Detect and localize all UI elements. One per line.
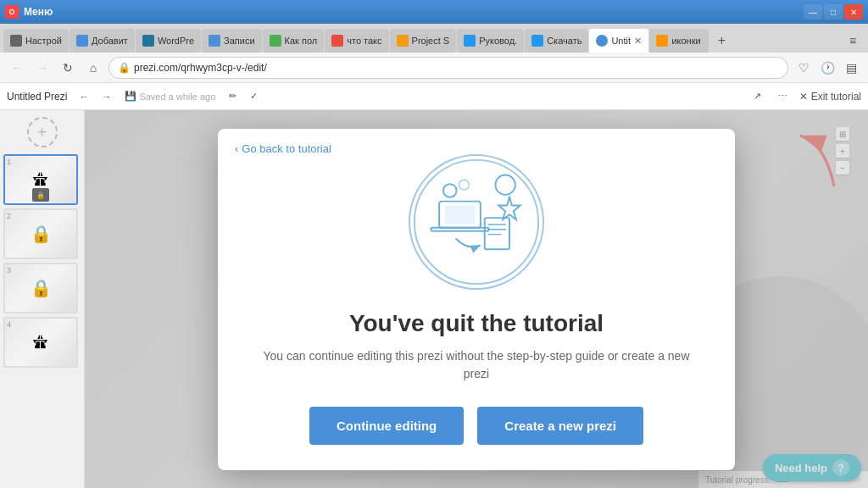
back-button[interactable]: ← bbox=[7, 58, 27, 78]
title-bar-label: Меню bbox=[24, 6, 53, 18]
illustration-svg bbox=[410, 154, 542, 290]
illustration-circle bbox=[409, 154, 544, 290]
create-new-prezi-button[interactable]: Create a new prezi bbox=[477, 407, 643, 445]
close-btn[interactable]: ✕ bbox=[844, 4, 863, 19]
tab-label: Как пол bbox=[285, 36, 318, 46]
title-bar: O Меню — □ ✕ bbox=[0, 0, 868, 24]
svg-point-13 bbox=[459, 180, 470, 190]
slide-thumb-3[interactable]: 3 🔒 bbox=[3, 263, 78, 313]
redo-button[interactable]: → bbox=[97, 90, 116, 103]
exit-tutorial-label: Exit tutorial bbox=[811, 91, 861, 103]
tab-favicon bbox=[76, 35, 88, 47]
reload-button[interactable]: ↻ bbox=[58, 58, 78, 78]
share-button[interactable]: ↗ bbox=[748, 89, 766, 103]
tab-favicon bbox=[531, 35, 543, 47]
browser-icon: O bbox=[5, 5, 19, 19]
tab-untit[interactable]: Untit ✕ bbox=[589, 29, 648, 53]
tab-skachat[interactable]: Скачать bbox=[525, 29, 588, 53]
tab-favicon bbox=[10, 35, 22, 47]
tab-favicon bbox=[656, 35, 668, 47]
minimize-btn[interactable]: — bbox=[804, 4, 822, 19]
bookmark-icon[interactable]: ♡ bbox=[793, 58, 814, 78]
svg-point-1 bbox=[415, 159, 538, 283]
tab-label: Untit bbox=[611, 36, 631, 46]
tab-label: Добавит bbox=[92, 36, 128, 46]
toolbar-right: ↗ ⋯ ✕ Exit tutorial bbox=[748, 89, 861, 103]
tab-zapisi[interactable]: Записи bbox=[202, 29, 262, 53]
insert-button[interactable]: ✏ bbox=[224, 89, 242, 103]
app-toolbar: Untitled Prezi ← → 💾 Saved a while ago ✏… bbox=[0, 83, 868, 110]
slide-panel: + 1 🛣 🔒 2 🔒 3 🔒 4 🛣 bbox=[0, 110, 85, 488]
slide-number: 1 bbox=[7, 158, 11, 166]
sidebar-toggle-icon[interactable]: ▤ bbox=[841, 58, 861, 78]
close-icon: ✕ bbox=[799, 91, 808, 103]
chevron-left-icon: ‹ bbox=[235, 142, 238, 155]
tab-favicon bbox=[209, 35, 220, 47]
slide-thumb-2[interactable]: 2 🔒 bbox=[3, 208, 78, 259]
tab-favicon bbox=[142, 35, 154, 47]
slide-preview: 🔒 bbox=[5, 210, 76, 258]
slide-thumb-1[interactable]: 1 🛣 🔒 bbox=[3, 154, 78, 205]
more-button[interactable]: ⋯ bbox=[773, 89, 793, 103]
clock-icon[interactable]: 🕐 bbox=[817, 58, 837, 78]
tab-project[interactable]: Project S bbox=[390, 29, 457, 53]
back-to-tutorial-link[interactable]: ‹ Go back to tutorial bbox=[235, 142, 331, 155]
main-area: + 1 🛣 🔒 2 🔒 3 🔒 4 🛣 bbox=[0, 110, 868, 488]
tab-ikonki[interactable]: иконки bbox=[649, 29, 709, 53]
url-input[interactable]: 🔒 prezi.com/qrhwym3cp-v-/edit/ bbox=[108, 57, 788, 79]
tab-label: WordPre bbox=[158, 36, 194, 46]
svg-point-12 bbox=[443, 184, 457, 197]
tab-chtotakoe[interactable]: что такс bbox=[325, 29, 388, 53]
canvas-area[interactable]: ‹ Go back to tutorial bbox=[85, 110, 868, 488]
tab-favicon bbox=[464, 35, 476, 47]
tab-menu-icon[interactable]: ≡ bbox=[841, 29, 865, 53]
forward-button[interactable]: → bbox=[32, 58, 53, 78]
tab-label: что такс bbox=[347, 36, 381, 46]
dialog-buttons: Continue editing Create a new prezi bbox=[252, 407, 701, 445]
tab-favicon bbox=[596, 35, 608, 47]
slide-preview: 🔒 bbox=[5, 264, 76, 312]
tab-close-icon[interactable]: ✕ bbox=[634, 36, 642, 47]
insert-icon: ✏ bbox=[229, 91, 236, 102]
svg-marker-5 bbox=[498, 197, 520, 219]
home-button[interactable]: ⌂ bbox=[83, 58, 103, 78]
quit-tutorial-dialog: ‹ Go back to tutorial bbox=[218, 129, 735, 470]
new-tab-button[interactable]: + bbox=[709, 29, 733, 53]
tab-label: Руковод. bbox=[479, 36, 517, 46]
tab-bar: Настрой Добавит WordPre Записи Как пол ч… bbox=[0, 24, 868, 53]
slide-number: 4 bbox=[7, 320, 11, 329]
lock-icon: 🔒 bbox=[118, 62, 131, 74]
tab-nastroy[interactable]: Настрой bbox=[3, 29, 69, 53]
svg-rect-6 bbox=[485, 218, 509, 249]
save-button[interactable]: 💾 Saved a while ago bbox=[120, 89, 220, 103]
window-controls: — □ ✕ bbox=[804, 4, 863, 19]
done-button[interactable]: ✓ bbox=[245, 89, 263, 103]
tab-label: Скачать bbox=[547, 36, 581, 46]
dialog-title: You've quit the tutorial bbox=[252, 310, 701, 337]
presentation-title: Untitled Prezi bbox=[7, 91, 67, 103]
back-link-label: Go back to tutorial bbox=[242, 142, 331, 155]
tab-rukovod[interactable]: Руковод. bbox=[457, 29, 524, 53]
undo-button[interactable]: ← bbox=[74, 90, 93, 103]
dialog-description: You can continue editing this prezi with… bbox=[252, 347, 701, 383]
address-bar: ← → ↻ ⌂ 🔒 prezi.com/qrhwym3cp-v-/edit/ ♡… bbox=[0, 53, 868, 83]
svg-rect-4 bbox=[445, 205, 475, 223]
add-slide-button[interactable]: + bbox=[27, 117, 58, 147]
slide-thumb-4[interactable]: 4 🛣 bbox=[3, 317, 78, 368]
tab-kakpol[interactable]: Как пол bbox=[263, 29, 325, 53]
tab-wordpre[interactable]: WordPre bbox=[136, 29, 201, 53]
svg-point-10 bbox=[495, 175, 515, 194]
tab-favicon bbox=[270, 35, 281, 47]
tab-favicon bbox=[331, 35, 343, 47]
tab-label: Project S bbox=[412, 36, 450, 46]
continue-editing-button[interactable]: Continue editing bbox=[309, 407, 464, 445]
tab-label: иконки bbox=[671, 36, 702, 46]
maximize-btn[interactable]: □ bbox=[824, 4, 843, 19]
tab-favicon bbox=[397, 35, 409, 47]
exit-tutorial-button[interactable]: ✕ Exit tutorial bbox=[799, 91, 861, 103]
tab-dobav[interactable]: Добавит bbox=[70, 29, 135, 53]
slide-number: 3 bbox=[7, 266, 11, 274]
slide-icon: 🔒 bbox=[32, 188, 49, 202]
save-label: Saved a while ago bbox=[139, 92, 215, 102]
slide-preview: 🛣 bbox=[5, 319, 76, 366]
